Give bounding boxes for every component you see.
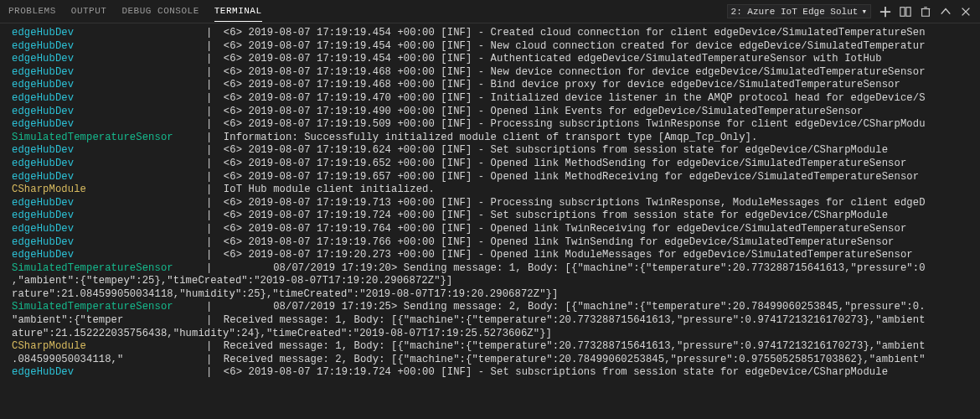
log-message: <6> 2019-08-07 17:19:19.724 +00:00 [INF]… [224,210,888,223]
log-message: IoT Hub module client initialized. [224,184,435,197]
log-message: <6> 2019-08-07 17:19:19.468 +00:00 [INF]… [224,79,900,92]
terminal-line: edgeHubDev| <6> 2019-08-07 17:19:19.652 … [12,158,968,171]
log-message: <6> 2019-08-07 17:19:19.652 +00:00 [INF]… [224,158,907,171]
pipe-separator: | [206,236,219,250]
terminal-line: edgeHubDev| <6> 2019-08-07 17:19:19.454 … [12,40,968,54]
pipe-separator: | [206,158,219,171]
log-source: edgeHubDev [12,53,206,66]
terminal-line: edgeHubDev| <6> 2019-08-07 17:19:19.657 … [12,171,968,184]
pipe-separator: | [206,132,219,145]
tab-terminal[interactable]: TERMINAL [214,1,262,22]
log-source: edgeHubDev [12,106,206,119]
svg-rect-1 [906,7,910,16]
pipe-separator: | [206,66,219,80]
terminal-line: SimulatedTemperatureSensor| 08/07/2019 1… [12,262,968,276]
log-message: <6> 2019-08-07 17:19:19.657 +00:00 [INF]… [224,171,919,184]
log-source: SimulatedTemperatureSensor [12,301,206,314]
terminal-line: edgeHubDev| <6> 2019-08-07 17:19:19.454 … [12,53,968,66]
log-message: <6> 2019-08-07 17:19:19.454 +00:00 [INF]… [224,53,882,66]
log-message: <6> 2019-08-07 17:19:19.766 +00:00 [INF]… [224,236,895,250]
log-source: edgeHubDev [12,366,206,380]
tab-problems[interactable]: PROBLEMS [8,1,56,22]
terminal-line: CSharpModule| IoT Hub module client init… [12,184,968,197]
log-message: Received message: 2, Body: [{"machine":{… [224,354,926,367]
terminal-line: rature":21.084599050034118,"humidity":25… [12,288,968,302]
log-source: edgeHubDev [12,223,206,236]
terminal-line: .084599050034118,"| Received message: 2,… [12,354,968,367]
pipe-separator: | [206,144,219,158]
log-message: <6> 2019-08-07 17:19:19.624 +00:00 [INF]… [224,144,888,158]
log-source: edgeHubDev [12,40,206,54]
pipe-separator: | [206,53,219,66]
log-source: edgeHubDev [12,236,206,250]
terminal-line: SimulatedTemperatureSensor| Information:… [12,132,968,145]
terminal-line: edgeHubDev| <6> 2019-08-07 17:19:19.764 … [12,223,968,236]
svg-rect-0 [900,7,905,16]
terminal-line: CSharpModule| Received message: 1, Body:… [12,340,968,354]
pipe-separator: | [206,249,219,262]
log-message: <6> 2019-08-07 17:19:19.470 +00:00 [INF]… [224,92,926,106]
tab-debug-console[interactable]: DEBUG CONSOLE [121,1,199,22]
terminal-line: edgeHubDev| <6> 2019-08-07 17:19:20.273 … [12,249,968,262]
terminal-line: edgeHubDev| <6> 2019-08-07 17:19:19.724 … [12,210,968,223]
log-message: <6> 2019-08-07 17:19:19.509 +00:00 [INF]… [224,118,926,132]
log-source: CSharpModule [12,340,206,354]
log-source: "ambient":{"temper [12,314,206,328]
kill-terminal-icon[interactable] [920,6,931,18]
terminal-line: edgeHubDev| <6> 2019-08-07 17:19:19.766 … [12,236,968,250]
pipe-separator: | [206,354,219,367]
terminal-selector[interactable]: 2: Azure IoT Edge Solut ▾ [727,4,871,18]
log-source: SimulatedTemperatureSensor [12,262,206,276]
pipe-separator: | [206,106,219,119]
panel-tabs: PROBLEMS OUTPUT DEBUG CONSOLE TERMINAL [8,1,262,22]
terminal-line: ,"ambient":{"tempey":25},"timeCreated":"… [12,275,968,288]
log-message: <6> 2019-08-07 17:19:19.454 +00:00 [INF]… [224,27,926,40]
log-source: edgeHubDev [12,249,206,262]
maximize-panel-icon[interactable] [940,6,952,18]
terminal-line: SimulatedTemperatureSensor| 08/07/2019 1… [12,301,968,314]
log-source: edgeHubDev [12,79,206,92]
pipe-separator: | [206,197,219,210]
pipe-separator: | [206,314,219,328]
terminal-line: ature":21.152222035756438,"humidity":24}… [12,328,968,341]
pipe-separator: | [206,79,219,92]
pipe-separator: | [206,262,219,276]
new-terminal-icon[interactable] [879,6,891,18]
pipe-separator: | [206,171,219,184]
log-message: <6> 2019-08-07 17:19:19.764 +00:00 [INF]… [224,223,907,236]
log-message: <6> 2019-08-07 17:19:19.490 +00:00 [INF]… [224,106,864,119]
terminal-line: edgeHubDev| <6> 2019-08-07 17:19:19.724 … [12,366,968,380]
pipe-separator: | [206,366,219,380]
log-source: SimulatedTemperatureSensor [12,132,206,145]
log-source: edgeHubDev [12,92,206,106]
pipe-separator: | [206,223,219,236]
log-source: edgeHubDev [12,158,206,171]
tab-output[interactable]: OUTPUT [71,1,107,22]
pipe-separator: | [206,184,219,197]
chevron-down-icon: ▾ [861,6,867,17]
log-message: 08/07/2019 17:19:20> Sending message: 1,… [224,262,926,276]
pipe-separator: | [206,301,219,314]
log-message: 08/07/2019 17:19:25> Sending message: 2,… [224,301,926,314]
terminal-line: edgeHubDev| <6> 2019-08-07 17:19:19.490 … [12,106,968,119]
terminal-output[interactable]: edgeHubDev| <6> 2019-08-07 17:19:19.454 … [0,23,980,383]
log-source: edgeHubDev [12,66,206,80]
log-message: Received message: 1, Body: [{"machine":{… [224,314,926,328]
terminal-selector-label: 2: Azure IoT Edge Solut [731,7,859,17]
pipe-separator: | [206,340,219,354]
log-source: edgeHubDev [12,118,206,132]
log-message: <6> 2019-08-07 17:19:19.468 +00:00 [INF]… [224,66,926,80]
close-panel-icon[interactable] [960,6,972,18]
terminal-line: edgeHubDev| <6> 2019-08-07 17:19:19.468 … [12,66,968,80]
split-terminal-icon[interactable] [900,6,911,18]
log-source: edgeHubDev [12,210,206,223]
log-source: edgeHubDev [12,27,206,40]
terminal-line: edgeHubDev| <6> 2019-08-07 17:19:19.470 … [12,92,968,106]
terminal-line: edgeHubDev| <6> 2019-08-07 17:19:19.468 … [12,79,968,92]
pipe-separator: | [206,27,219,40]
pipe-separator: | [206,118,219,132]
log-source: edgeHubDev [12,197,206,210]
log-message: <6> 2019-08-07 17:19:20.273 +00:00 [INF]… [224,249,913,262]
terminal-line: "ambient":{"temper| Received message: 1,… [12,314,968,328]
pipe-separator: | [206,92,219,106]
